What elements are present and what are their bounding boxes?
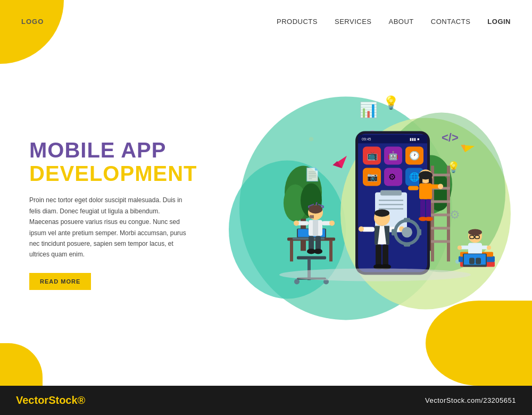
svg-rect-64 <box>329 240 332 261</box>
svg-rect-54 <box>431 213 450 216</box>
svg-rect-95 <box>392 229 396 235</box>
svg-rect-55 <box>431 227 450 229</box>
headline-line2: DEVELOPMENT <box>29 162 202 185</box>
svg-rect-109 <box>420 199 425 218</box>
svg-rect-53 <box>431 200 450 203</box>
svg-rect-56 <box>431 240 450 243</box>
svg-text:🌐: 🌐 <box>409 172 420 182</box>
svg-point-130 <box>279 268 471 281</box>
footer-url: VectorStock.com/23205651 <box>425 396 516 404</box>
svg-text:09:45: 09:45 <box>362 137 371 141</box>
hero-illustration: 📊 </> </> 📄 💡 ⚙ 💡 <box>202 43 532 386</box>
logo: LOGO <box>21 18 44 26</box>
nav-products[interactable]: PRODUCTS <box>277 18 318 26</box>
svg-text:📄: 📄 <box>304 167 320 182</box>
svg-point-92 <box>402 227 412 237</box>
svg-rect-128 <box>469 258 475 264</box>
hero-description: Proin nec tortor eget dolor suscipit mal… <box>29 195 189 260</box>
header: LOGO PRODUCTS SERVICES ABOUT CONTACTS LO… <box>0 0 532 43</box>
svg-rect-78 <box>315 236 321 251</box>
svg-point-25 <box>309 137 313 141</box>
svg-text:💡: 💡 <box>383 95 399 110</box>
nav-login[interactable]: LOGIN <box>487 18 511 26</box>
nav-contacts[interactable]: CONTACTS <box>431 18 471 26</box>
svg-point-80 <box>314 248 322 254</box>
svg-point-126 <box>458 245 462 250</box>
svg-point-69 <box>309 205 322 213</box>
illustration-svg: 📊 </> </> 📄 💡 ⚙ 💡 <box>218 54 516 362</box>
svg-point-75 <box>294 220 299 226</box>
svg-rect-72 <box>313 220 318 236</box>
svg-rect-96 <box>417 229 421 235</box>
svg-rect-129 <box>476 258 481 264</box>
read-more-button[interactable]: READ MORE <box>29 273 91 290</box>
footer-brand-name: VectorStock <box>16 394 78 406</box>
svg-text:⚙: ⚙ <box>450 208 460 221</box>
svg-text:📷: 📷 <box>367 172 378 182</box>
svg-rect-63 <box>290 240 293 261</box>
svg-rect-51 <box>431 173 450 176</box>
svg-rect-108 <box>408 186 419 190</box>
svg-rect-94 <box>404 242 410 246</box>
svg-rect-70 <box>310 215 314 218</box>
svg-rect-45 <box>380 190 402 195</box>
navigation: PRODUCTS SERVICES ABOUT CONTACTS LOGIN <box>277 18 511 26</box>
nav-services[interactable]: SERVICES <box>335 18 372 26</box>
svg-text:⚙: ⚙ <box>388 172 396 181</box>
svg-text:▮▮▮ ■: ▮▮▮ ■ <box>410 137 419 141</box>
headline-line1: MOBILE APP <box>29 138 202 162</box>
svg-point-127 <box>487 245 491 250</box>
svg-point-76 <box>329 220 335 226</box>
svg-text:📺: 📺 <box>367 151 378 161</box>
footer-registered: ® <box>78 394 86 406</box>
footer-brand: VectorStock® <box>16 394 85 406</box>
svg-point-107 <box>438 184 443 189</box>
footer: VectorStock® VectorStock.com/23205651 <box>0 386 532 415</box>
svg-rect-77 <box>309 236 314 251</box>
svg-text:📊: 📊 <box>359 101 378 119</box>
svg-point-82 <box>375 209 389 217</box>
svg-rect-110 <box>426 199 431 218</box>
svg-text:</>: </> <box>442 131 459 144</box>
svg-rect-123 <box>464 254 486 264</box>
svg-point-60 <box>294 279 300 284</box>
svg-point-89 <box>359 226 364 231</box>
svg-point-112 <box>425 217 433 221</box>
svg-rect-93 <box>404 218 410 222</box>
nav-about[interactable]: ABOUT <box>388 18 413 26</box>
svg-rect-98 <box>383 244 388 265</box>
svg-text:🕐: 🕐 <box>409 151 420 161</box>
main-content: MOBILE APP DEVELOPMENT Proin nec tortor … <box>0 43 532 386</box>
svg-point-120 <box>468 229 482 235</box>
hero-left-section: MOBILE APP DEVELOPMENT Proin nec tortor … <box>0 138 202 289</box>
svg-rect-57 <box>297 256 326 259</box>
svg-text:🤖: 🤖 <box>388 151 398 161</box>
svg-rect-97 <box>376 244 381 265</box>
